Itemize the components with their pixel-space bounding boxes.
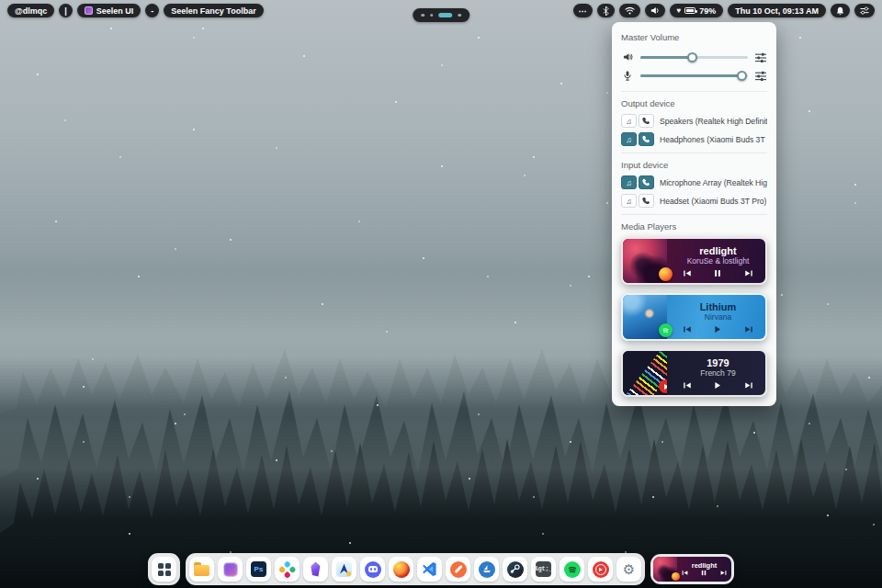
dock-item-file-explorer[interactable] (189, 557, 214, 582)
dock-item-firefox[interactable] (389, 557, 413, 582)
comms-default-button[interactable] (639, 175, 654, 189)
slider-thumb[interactable] (687, 52, 697, 62)
next-button[interactable] (744, 381, 753, 390)
spotify-icon (564, 561, 581, 578)
device-label: Headset (Xiaomi Buds 3T Pro) (660, 197, 766, 206)
output-device-speakers[interactable]: ♫ Speakers (Realtek High Definition A... (621, 114, 767, 128)
previous-button[interactable] (683, 269, 692, 277)
input-device-headset[interactable]: ♫ Headset (Xiaomi Buds 3T Pro) (621, 194, 767, 208)
media-card-lithium[interactable]: Lithium Nirvana (621, 293, 767, 341)
dock-start-group (148, 553, 180, 585)
discord-icon (365, 561, 381, 578)
ellipsis-icon: ⋯ (579, 6, 587, 16)
phone-icon (642, 135, 650, 143)
media-card-body: 1979 French 79 (667, 351, 765, 395)
dock-item-slack[interactable] (275, 557, 300, 582)
dock-item-spotify[interactable] (560, 557, 584, 582)
previous-button[interactable] (683, 381, 692, 390)
track-artist: KoruSe & lostlight (687, 256, 750, 266)
battery-icon (684, 7, 695, 14)
next-button[interactable] (744, 325, 753, 334)
youtube-music-icon (593, 561, 609, 578)
boat-icon (479, 561, 495, 578)
dock-item-photoshop[interactable]: Ps (246, 557, 271, 582)
media-default-button[interactable]: ♫ (621, 132, 637, 146)
dock-item-steam[interactable] (503, 557, 527, 582)
dock-item-paper-plane-app[interactable] (332, 557, 356, 582)
input-device-mic-array[interactable]: ♫ Microphone Array (Realtek High Def... (621, 175, 767, 189)
play-button[interactable] (714, 381, 721, 390)
dock: Ps &gt;_ (148, 553, 734, 585)
media-players-section: Media Players redlight KoruSe & lostligh… (621, 214, 767, 397)
media-card-1979[interactable]: 1979 French 79 (621, 349, 767, 397)
master-volume-title: Master Volume (621, 32, 767, 42)
output-device-title: Output device (621, 98, 767, 108)
workspace-switcher[interactable] (413, 8, 469, 22)
dock-item-youtube-music[interactable] (588, 557, 613, 582)
overflow-menu-button[interactable]: ⋯ (573, 4, 593, 17)
speaker-volume-slider[interactable] (640, 51, 748, 62)
mini-playback-controls (682, 570, 728, 576)
seelen-ui-badge[interactable]: Seelen UI (77, 4, 141, 17)
paper-plane-icon (336, 561, 352, 577)
pause-button[interactable] (714, 269, 721, 277)
spotify-source-icon (659, 323, 673, 337)
comms-default-button[interactable] (639, 132, 654, 146)
track-artist: Nirvana (705, 312, 731, 322)
workspace-active-indicator[interactable] (438, 13, 452, 17)
phone-icon (642, 197, 650, 205)
dock-item-seelen-ui[interactable] (218, 557, 243, 582)
dock-media-player[interactable]: redlight (653, 557, 731, 582)
start-button[interactable] (152, 557, 176, 582)
firefox-icon (393, 561, 410, 578)
workspace-dot-1[interactable] (421, 14, 424, 17)
music-note-icon: ♫ (626, 117, 631, 126)
speaker-mixer-button[interactable] (754, 52, 767, 62)
next-button[interactable] (720, 570, 727, 576)
previous-button[interactable] (683, 325, 692, 334)
volume-icon (650, 6, 660, 15)
workspace-dot-2[interactable] (430, 14, 434, 17)
mic-volume-slider[interactable] (640, 70, 748, 81)
media-default-button[interactable]: ♫ (621, 175, 637, 189)
microphone-icon (621, 71, 634, 81)
bluetooth-icon (603, 6, 609, 16)
media-default-button[interactable]: ♫ (621, 114, 637, 128)
battery-percent: 79% (699, 6, 716, 16)
toolbar-right-group: ⋯ ♥ 79% Thu 10 Oct, 09:13 AM (573, 4, 875, 17)
notifications-button[interactable] (831, 4, 850, 17)
track-artist: French 79 (700, 368, 735, 378)
dock-item-boat-app[interactable] (474, 557, 499, 582)
pause-button[interactable] (701, 570, 707, 576)
mixer-icon (755, 71, 766, 81)
dock-item-orange-app[interactable] (446, 557, 470, 582)
output-device-headphones[interactable]: ♫ Headphones (Xiaomi Buds 3T Pro) (621, 132, 767, 146)
play-button[interactable] (714, 325, 721, 334)
dock-item-settings[interactable]: ⚙ (616, 557, 641, 582)
wifi-button[interactable] (619, 4, 640, 17)
toolbar-title-badge[interactable]: Seelen Fancy Toolbar (164, 4, 263, 17)
user-badge[interactable]: @dlmqc (7, 4, 54, 17)
workspace-dot-4[interactable] (458, 14, 461, 17)
dock-item-vscode[interactable] (417, 557, 442, 582)
next-button[interactable] (744, 269, 753, 277)
dock-item-discord[interactable] (360, 557, 385, 582)
dock-item-terminal[interactable]: &gt;_ (531, 557, 556, 582)
toolbar-left-group: @dlmqc | Seelen UI - Seelen Fancy Toolba… (7, 4, 264, 17)
volume-button[interactable] (645, 4, 665, 17)
mic-mixer-button[interactable] (754, 71, 767, 81)
track-title: Lithium (700, 301, 737, 313)
media-card-redlight[interactable]: redlight KoruSe & lostlight (621, 237, 767, 285)
bluetooth-button[interactable] (597, 4, 615, 17)
previous-button[interactable] (682, 570, 688, 576)
terminal-icon: &gt;_ (536, 561, 551, 577)
clock-module[interactable]: Thu 10 Oct, 09:13 AM (728, 4, 826, 17)
dock-item-obsidian[interactable] (303, 557, 328, 582)
battery-module[interactable]: ♥ 79% (670, 4, 724, 17)
quick-settings-button[interactable] (854, 4, 875, 17)
media-default-button[interactable]: ♫ (621, 194, 637, 208)
comms-default-button[interactable] (639, 114, 654, 128)
album-art (623, 351, 667, 395)
slider-thumb[interactable] (737, 71, 747, 81)
comms-default-button[interactable] (639, 194, 654, 208)
